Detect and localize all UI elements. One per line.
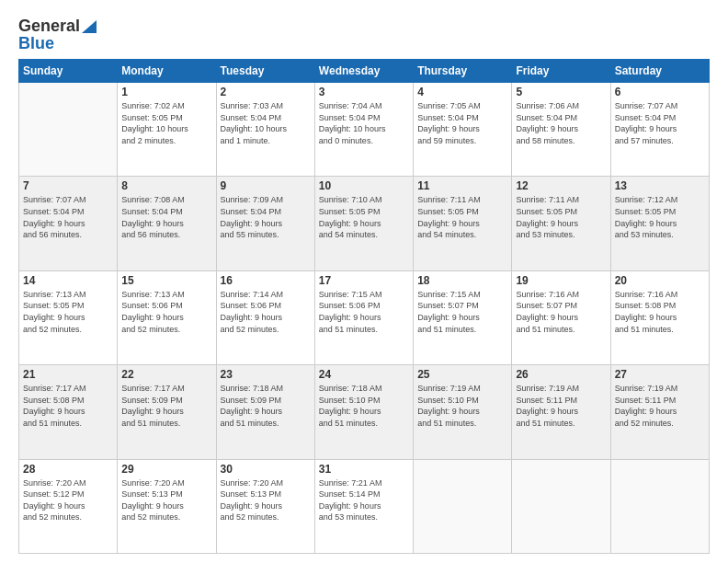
day-info: Sunrise: 7:02 AM Sunset: 5:05 PM Dayligh… [121,100,211,146]
day-number: 19 [516,274,606,287]
calendar-cell: 11Sunrise: 7:11 AM Sunset: 5:05 PM Dayli… [414,177,512,270]
weekday-header-tuesday: Tuesday [216,60,314,83]
day-number: 31 [319,463,409,476]
calendar-cell: 18Sunrise: 7:15 AM Sunset: 5:07 PM Dayli… [414,270,512,364]
day-number: 15 [121,274,211,287]
calendar-week-row: 21Sunrise: 7:17 AM Sunset: 5:08 PM Dayli… [19,365,710,459]
day-info: Sunrise: 7:14 AM Sunset: 5:06 PM Dayligh… [221,289,311,335]
day-info: Sunrise: 7:11 AM Sunset: 5:05 PM Dayligh… [417,194,507,240]
day-info: Sunrise: 7:19 AM Sunset: 5:11 PM Dayligh… [516,383,606,429]
calendar-cell: 22Sunrise: 7:17 AM Sunset: 5:09 PM Dayli… [118,365,216,459]
day-info: Sunrise: 7:16 AM Sunset: 5:07 PM Dayligh… [516,289,606,335]
day-number: 13 [615,179,705,192]
calendar-cell: 30Sunrise: 7:20 AM Sunset: 5:13 PM Dayli… [216,459,314,553]
calendar-cell: 8Sunrise: 7:08 AM Sunset: 5:04 PM Daylig… [118,177,216,270]
calendar-cell [414,459,512,553]
weekday-header-thursday: Thursday [414,60,512,83]
day-info: Sunrise: 7:13 AM Sunset: 5:06 PM Dayligh… [121,289,211,335]
day-info: Sunrise: 7:06 AM Sunset: 5:04 PM Dayligh… [516,100,606,146]
calendar-cell: 23Sunrise: 7:18 AM Sunset: 5:09 PM Dayli… [216,365,314,459]
day-info: Sunrise: 7:07 AM Sunset: 5:04 PM Dayligh… [615,100,705,146]
day-info: Sunrise: 7:07 AM Sunset: 5:04 PM Dayligh… [23,194,113,240]
day-info: Sunrise: 7:19 AM Sunset: 5:10 PM Dayligh… [417,383,507,429]
day-number: 9 [221,179,311,192]
calendar-cell: 13Sunrise: 7:12 AM Sunset: 5:05 PM Dayli… [610,177,709,270]
day-info: Sunrise: 7:21 AM Sunset: 5:14 PM Dayligh… [319,477,409,523]
day-info: Sunrise: 7:18 AM Sunset: 5:10 PM Dayligh… [319,383,409,429]
calendar-cell: 26Sunrise: 7:19 AM Sunset: 5:11 PM Dayli… [512,365,610,459]
day-info: Sunrise: 7:12 AM Sunset: 5:05 PM Dayligh… [615,194,705,240]
logo: General Blue [18,17,97,53]
calendar-cell: 10Sunrise: 7:10 AM Sunset: 5:05 PM Dayli… [314,177,413,270]
calendar-cell: 31Sunrise: 7:21 AM Sunset: 5:14 PM Dayli… [314,459,413,553]
calendar-cell: 20Sunrise: 7:16 AM Sunset: 5:08 PM Dayli… [610,270,709,364]
day-info: Sunrise: 7:13 AM Sunset: 5:05 PM Dayligh… [23,289,113,335]
calendar-cell: 28Sunrise: 7:20 AM Sunset: 5:12 PM Dayli… [19,459,118,553]
day-number: 17 [319,274,409,287]
calendar-cell: 24Sunrise: 7:18 AM Sunset: 5:10 PM Dayli… [314,365,413,459]
logo-arrow-icon [82,20,97,33]
weekday-header-saturday: Saturday [610,60,709,83]
calendar-cell: 19Sunrise: 7:16 AM Sunset: 5:07 PM Dayli… [512,270,610,364]
svg-marker-0 [82,20,97,33]
day-number: 12 [516,179,606,192]
calendar-cell: 29Sunrise: 7:20 AM Sunset: 5:13 PM Dayli… [118,459,216,553]
day-info: Sunrise: 7:16 AM Sunset: 5:08 PM Dayligh… [615,289,705,335]
day-info: Sunrise: 7:19 AM Sunset: 5:11 PM Dayligh… [615,383,705,429]
day-number: 5 [516,86,606,98]
day-info: Sunrise: 7:15 AM Sunset: 5:06 PM Dayligh… [319,289,409,335]
day-info: Sunrise: 7:17 AM Sunset: 5:08 PM Dayligh… [23,383,113,429]
header: General Blue [18,17,710,53]
day-number: 20 [615,274,705,287]
calendar-cell: 4Sunrise: 7:05 AM Sunset: 5:04 PM Daylig… [414,83,512,177]
day-number: 28 [23,463,113,476]
calendar-cell: 25Sunrise: 7:19 AM Sunset: 5:10 PM Dayli… [414,365,512,459]
day-info: Sunrise: 7:17 AM Sunset: 5:09 PM Dayligh… [121,383,211,429]
calendar-cell: 5Sunrise: 7:06 AM Sunset: 5:04 PM Daylig… [512,83,610,177]
day-info: Sunrise: 7:04 AM Sunset: 5:04 PM Dayligh… [319,100,409,146]
day-number: 1 [121,86,211,98]
day-info: Sunrise: 7:03 AM Sunset: 5:04 PM Dayligh… [221,100,311,146]
calendar-cell: 7Sunrise: 7:07 AM Sunset: 5:04 PM Daylig… [19,177,118,270]
calendar-cell: 6Sunrise: 7:07 AM Sunset: 5:04 PM Daylig… [610,83,709,177]
day-info: Sunrise: 7:18 AM Sunset: 5:09 PM Dayligh… [221,383,311,429]
day-number: 6 [615,86,705,98]
day-number: 21 [23,368,113,381]
weekday-header-monday: Monday [118,60,216,83]
calendar-cell: 2Sunrise: 7:03 AM Sunset: 5:04 PM Daylig… [216,83,314,177]
day-number: 27 [615,368,705,381]
day-info: Sunrise: 7:20 AM Sunset: 5:13 PM Dayligh… [221,477,311,523]
calendar-week-row: 14Sunrise: 7:13 AM Sunset: 5:05 PM Dayli… [19,270,710,364]
calendar-cell: 16Sunrise: 7:14 AM Sunset: 5:06 PM Dayli… [216,270,314,364]
weekday-header-friday: Friday [512,60,610,83]
calendar-cell: 27Sunrise: 7:19 AM Sunset: 5:11 PM Dayli… [610,365,709,459]
day-number: 24 [319,368,409,381]
day-number: 7 [23,179,113,192]
day-number: 14 [23,274,113,287]
day-info: Sunrise: 7:11 AM Sunset: 5:05 PM Dayligh… [516,194,606,240]
day-number: 23 [221,368,311,381]
day-number: 11 [417,179,507,192]
day-number: 26 [516,368,606,381]
day-info: Sunrise: 7:20 AM Sunset: 5:12 PM Dayligh… [23,477,113,523]
calendar-week-row: 7Sunrise: 7:07 AM Sunset: 5:04 PM Daylig… [19,177,710,270]
calendar-cell [512,459,610,553]
calendar-cell: 3Sunrise: 7:04 AM Sunset: 5:04 PM Daylig… [314,83,413,177]
calendar-cell [19,83,118,177]
logo-general-text: General [18,17,80,36]
day-number: 29 [121,463,211,476]
calendar-cell [610,459,709,553]
day-number: 2 [221,86,311,98]
day-number: 8 [121,179,211,192]
calendar-header-row: SundayMondayTuesdayWednesdayThursdayFrid… [19,60,710,83]
day-info: Sunrise: 7:10 AM Sunset: 5:05 PM Dayligh… [319,194,409,240]
calendar-cell: 14Sunrise: 7:13 AM Sunset: 5:05 PM Dayli… [19,270,118,364]
day-number: 4 [417,86,507,98]
day-info: Sunrise: 7:05 AM Sunset: 5:04 PM Dayligh… [417,100,507,146]
day-number: 3 [319,86,409,98]
calendar-table: SundayMondayTuesdayWednesdayThursdayFrid… [18,59,710,554]
day-number: 10 [319,179,409,192]
calendar-week-row: 1Sunrise: 7:02 AM Sunset: 5:05 PM Daylig… [19,83,710,177]
day-number: 25 [417,368,507,381]
weekday-header-sunday: Sunday [19,60,118,83]
